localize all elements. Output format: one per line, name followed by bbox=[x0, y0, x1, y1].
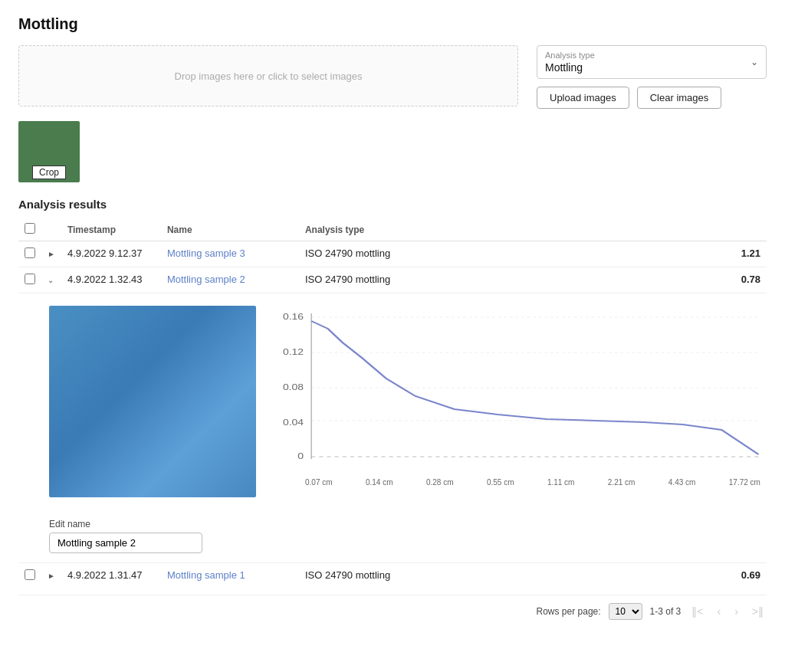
col-header-check bbox=[18, 218, 41, 241]
chevron-down-icon: ⌄ bbox=[751, 57, 758, 67]
svg-text:0.08: 0.08 bbox=[283, 382, 304, 392]
col-header-analysis-type: Analysis type bbox=[299, 218, 422, 241]
dropzone[interactable]: Drop images here or click to select imag… bbox=[18, 45, 518, 107]
row3-name[interactable]: Mottling sample 1 bbox=[161, 563, 299, 589]
rows-per-page-label: Rows per page: bbox=[537, 606, 601, 617]
x-label-8: 17.72 cm bbox=[729, 478, 760, 487]
row1-value: 1.21 bbox=[422, 241, 767, 267]
results-section-title: Analysis results bbox=[18, 198, 767, 211]
mottling-chart: 0.16 0.12 0.08 0.04 0 bbox=[274, 306, 760, 474]
row2-collapse-icon[interactable]: ⌄ bbox=[48, 276, 54, 284]
row1-timestamp: 4.9.2022 9.12.37 bbox=[61, 241, 161, 267]
last-page-button[interactable]: >‖ bbox=[749, 604, 767, 619]
table-row: ► 4.9.2022 1.31.47 Mottling sample 1 ISO… bbox=[18, 563, 767, 589]
row3-analysis-type: ISO 24790 mottling bbox=[299, 563, 422, 589]
button-row: Upload images Clear images bbox=[537, 87, 767, 109]
x-label-1: 0.07 cm bbox=[305, 478, 333, 487]
row1-checkbox[interactable] bbox=[25, 247, 35, 258]
row3-expand-cell: ► bbox=[41, 563, 61, 589]
analysis-type-label: Analysis type bbox=[545, 51, 758, 60]
select-all-checkbox[interactable] bbox=[25, 223, 35, 234]
x-label-2: 0.14 cm bbox=[366, 478, 393, 487]
x-label-5: 1.11 cm bbox=[547, 478, 575, 487]
row3-value: 0.69 bbox=[422, 563, 767, 589]
row3-name-link[interactable]: Mottling sample 1 bbox=[167, 569, 245, 581]
svg-text:0.12: 0.12 bbox=[283, 347, 304, 356]
edit-name-input[interactable] bbox=[49, 533, 202, 553]
row1-name-link[interactable]: Mottling sample 3 bbox=[167, 247, 245, 259]
row2-check-cell bbox=[18, 267, 41, 293]
table-header-row: Timestamp Name Analysis type bbox=[18, 218, 767, 241]
row3-check-cell bbox=[18, 563, 41, 589]
row2-timestamp: 4.9.2022 1.32.43 bbox=[61, 267, 161, 293]
expanded-content-row: 0.16 0.12 0.08 0.04 0 bbox=[18, 293, 767, 563]
edit-name-label: Edit name bbox=[49, 519, 760, 529]
col-header-expand bbox=[41, 218, 61, 241]
dropzone-placeholder: Drop images here or click to select imag… bbox=[175, 70, 363, 82]
col-header-value bbox=[422, 218, 767, 241]
row1-expand-icon[interactable]: ► bbox=[48, 250, 55, 258]
page-title: Mottling bbox=[18, 15, 767, 33]
results-table: Timestamp Name Analysis type ► 4.9.2022 … bbox=[18, 218, 767, 588]
row2-value: 0.78 bbox=[422, 267, 767, 293]
col-header-name: Name bbox=[161, 218, 299, 241]
x-label-7: 4.43 cm bbox=[668, 478, 696, 487]
col-header-timestamp: Timestamp bbox=[61, 218, 161, 241]
row2-name[interactable]: Mottling sample 2 bbox=[161, 267, 299, 293]
row1-check-cell bbox=[18, 241, 41, 267]
row1-expand-cell: ► bbox=[41, 241, 61, 267]
crop-button[interactable]: Crop bbox=[32, 166, 66, 179]
table-row: ► 4.9.2022 9.12.37 Mottling sample 3 ISO… bbox=[18, 241, 767, 267]
upload-images-button[interactable]: Upload images bbox=[537, 87, 629, 109]
sample-image bbox=[49, 306, 256, 497]
row2-analysis-type: ISO 24790 mottling bbox=[299, 267, 422, 293]
rows-per-page-select[interactable]: 10 bbox=[609, 603, 642, 620]
svg-text:0: 0 bbox=[297, 451, 304, 461]
first-page-button[interactable]: ‖< bbox=[688, 604, 706, 619]
row3-timestamp: 4.9.2022 1.31.47 bbox=[61, 563, 161, 589]
thumbnail-row: Crop bbox=[18, 121, 767, 182]
edit-name-section: Edit name bbox=[18, 510, 767, 562]
row1-name[interactable]: Mottling sample 3 bbox=[161, 241, 299, 267]
clear-images-button[interactable]: Clear images bbox=[637, 87, 722, 109]
row3-checkbox[interactable] bbox=[25, 569, 35, 580]
expanded-content-cell: 0.16 0.12 0.08 0.04 0 bbox=[18, 293, 767, 563]
row2-name-link[interactable]: Mottling sample 2 bbox=[167, 274, 245, 285]
prev-page-button[interactable]: ‹ bbox=[714, 604, 724, 619]
svg-text:0.16: 0.16 bbox=[283, 312, 304, 321]
analysis-type-select[interactable]: Analysis type Mottling ⌄ bbox=[537, 45, 767, 79]
row2-expand-cell: ⌄ bbox=[41, 267, 61, 293]
chart-x-labels: 0.07 cm 0.14 cm 0.28 cm 0.55 cm 1.11 cm … bbox=[274, 478, 760, 487]
analysis-type-value: Mottling bbox=[545, 61, 758, 74]
row2-checkbox[interactable] bbox=[25, 274, 35, 284]
top-section: Drop images here or click to select imag… bbox=[18, 45, 767, 109]
pagination-row: Rows per page: 10 1-3 of 3 ‖< ‹ › >‖ bbox=[18, 595, 767, 620]
expanded-content: 0.16 0.12 0.08 0.04 0 bbox=[18, 293, 767, 510]
pagination-range: 1-3 of 3 bbox=[650, 606, 682, 617]
x-label-4: 0.55 cm bbox=[487, 478, 514, 487]
table-row: ⌄ 4.9.2022 1.32.43 Mottling sample 2 ISO… bbox=[18, 267, 767, 293]
svg-text:0.04: 0.04 bbox=[283, 418, 304, 427]
right-panel: Analysis type Mottling ⌄ Upload images C… bbox=[537, 45, 767, 109]
chart-area: 0.16 0.12 0.08 0.04 0 bbox=[274, 306, 760, 497]
next-page-button[interactable]: › bbox=[731, 604, 741, 619]
x-label-6: 2.21 cm bbox=[608, 478, 636, 487]
x-label-3: 0.28 cm bbox=[426, 478, 454, 487]
row3-expand-icon[interactable]: ► bbox=[48, 572, 55, 580]
row1-analysis-type: ISO 24790 mottling bbox=[299, 241, 422, 267]
thumbnail-wrap: Crop bbox=[18, 121, 80, 182]
